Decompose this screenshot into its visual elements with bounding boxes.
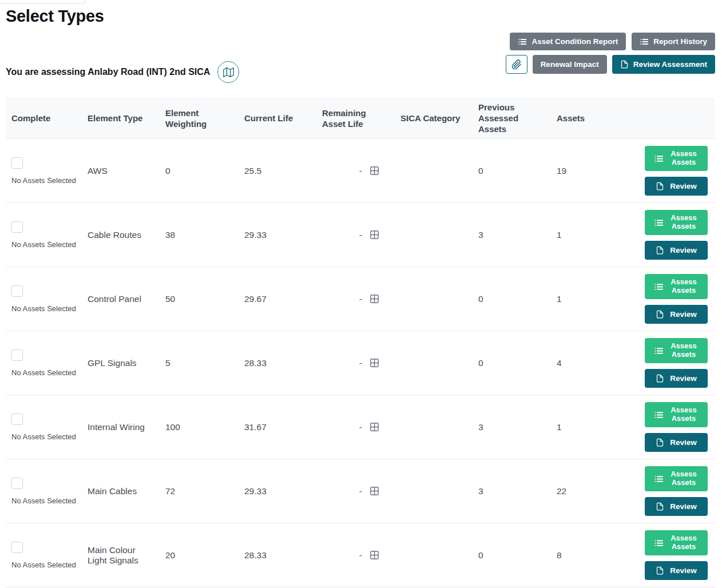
- remaining-life-table-button[interactable]: [370, 422, 379, 432]
- remaining-life-table-button[interactable]: [370, 166, 379, 176]
- remaining-life-value: -: [359, 230, 362, 240]
- sica-category-cell: [395, 395, 473, 459]
- element-type-cell: Internal Wiring: [82, 395, 160, 459]
- assess-assets-button[interactable]: Assess Assets: [645, 466, 708, 491]
- previous-assessed-assets-cell: 3: [473, 203, 551, 267]
- actions-cell: Assess Assets Review: [629, 331, 715, 395]
- no-assets-selected-label: No Assets Selected: [11, 176, 76, 185]
- assess-assets-label: Assess Assets: [669, 406, 699, 423]
- report-history-button[interactable]: Report History: [632, 33, 715, 50]
- current-life-cell: 31.67: [239, 395, 316, 459]
- sica-category-cell: [395, 203, 473, 267]
- assessing-text: You are assessing Anlaby Road (INT) 2nd …: [6, 67, 210, 77]
- remaining-life-table-button[interactable]: [370, 294, 379, 304]
- remaining-life-table-button[interactable]: [370, 358, 379, 368]
- review-assessment-button[interactable]: Review Assessment: [612, 55, 715, 74]
- previous-assessed-assets-cell: 0: [473, 139, 551, 203]
- list-icon: [518, 37, 527, 46]
- element-type-cell: Cable Routes: [82, 203, 160, 267]
- assets-cell: 4: [551, 331, 629, 395]
- complete-checkbox[interactable]: [11, 349, 23, 361]
- map-icon: [223, 67, 234, 78]
- remaining-asset-life-cell: -: [316, 139, 395, 203]
- remaining-life-value: -: [359, 358, 362, 368]
- header-complete: Complete: [6, 99, 82, 139]
- header-assets: Assets: [551, 99, 629, 139]
- toolbar-row-1: Asset Condition Report Report History: [510, 33, 715, 50]
- table-grid-icon: [370, 230, 379, 240]
- review-button[interactable]: Review: [645, 305, 708, 324]
- file-icon: [656, 310, 664, 319]
- table-header-row: Complete Element Type Element Weighting …: [6, 99, 715, 139]
- review-label: Review: [670, 310, 697, 319]
- table-row: No Assets Selected Cable Routes 38 29.33…: [6, 203, 715, 267]
- complete-checkbox[interactable]: [11, 285, 23, 297]
- asset-condition-report-button[interactable]: Asset Condition Report: [510, 33, 626, 50]
- assess-assets-button[interactable]: Assess Assets: [645, 530, 708, 555]
- element-types-table: Complete Element Type Element Weighting …: [6, 98, 715, 587]
- no-assets-selected-label: No Assets Selected: [11, 240, 76, 249]
- remaining-life-table-button[interactable]: [370, 486, 379, 496]
- element-weighting-cell: 72: [160, 459, 239, 523]
- review-label: Review: [670, 182, 697, 190]
- file-icon: [620, 60, 629, 69]
- asset-condition-report-label: Asset Condition Report: [531, 37, 618, 46]
- complete-checkbox[interactable]: [11, 157, 23, 169]
- remaining-life-table-button[interactable]: [370, 230, 379, 240]
- element-type-cell: Main Cables: [82, 459, 160, 523]
- table-row: No Assets Selected Internal Wiring 100 3…: [6, 395, 715, 459]
- table-grid-icon: [370, 422, 379, 432]
- map-button[interactable]: [217, 61, 239, 83]
- assets-cell: 19: [551, 139, 629, 203]
- element-weighting-cell: 50: [160, 267, 239, 331]
- review-button[interactable]: Review: [645, 497, 708, 516]
- complete-cell: No Assets Selected: [6, 267, 82, 331]
- remaining-life-value: -: [359, 422, 362, 432]
- assets-cell: 1: [551, 395, 629, 459]
- assess-assets-button[interactable]: Assess Assets: [645, 338, 708, 363]
- renewal-impact-button[interactable]: Renewal Impact: [533, 55, 607, 74]
- list-icon: [654, 218, 664, 228]
- table-row: No Assets Selected Main Colour Light Sig…: [6, 523, 715, 587]
- complete-cell: No Assets Selected: [6, 203, 82, 267]
- sica-category-cell: [395, 523, 473, 587]
- review-label: Review: [670, 438, 697, 447]
- remaining-asset-life-cell: -: [316, 395, 395, 459]
- review-button[interactable]: Review: [645, 241, 708, 260]
- element-type-cell: Control Panel: [82, 267, 160, 331]
- element-weighting-cell: 100: [160, 395, 239, 459]
- element-weighting-cell: 5: [160, 331, 239, 395]
- complete-checkbox[interactable]: [11, 478, 23, 489]
- assess-assets-button[interactable]: Assess Assets: [645, 274, 708, 299]
- list-icon: [654, 538, 664, 548]
- review-label: Review: [670, 246, 697, 255]
- review-label: Review: [670, 566, 697, 575]
- complete-checkbox[interactable]: [11, 221, 23, 233]
- attachments-button[interactable]: [506, 55, 527, 74]
- complete-cell: No Assets Selected: [6, 523, 82, 587]
- complete-checkbox[interactable]: [11, 542, 23, 553]
- sica-category-cell: [395, 139, 473, 203]
- file-icon: [656, 182, 664, 190]
- assess-assets-button[interactable]: Assess Assets: [645, 402, 708, 427]
- assess-assets-button[interactable]: Assess Assets: [645, 210, 708, 235]
- remaining-life-table-button[interactable]: [370, 550, 379, 560]
- remaining-life-value: -: [359, 294, 362, 304]
- review-button[interactable]: Review: [645, 561, 708, 580]
- table-grid-icon: [370, 486, 379, 496]
- assess-assets-label: Assess Assets: [669, 470, 699, 487]
- review-button[interactable]: Review: [645, 369, 708, 388]
- complete-cell: No Assets Selected: [6, 395, 82, 459]
- review-button[interactable]: Review: [645, 433, 708, 452]
- paperclip-icon: [511, 59, 522, 70]
- header-actions: [629, 99, 715, 139]
- assets-cell: 22: [551, 459, 629, 523]
- list-icon: [654, 346, 664, 356]
- file-icon: [656, 502, 664, 511]
- review-button[interactable]: Review: [645, 177, 708, 196]
- complete-cell: No Assets Selected: [6, 331, 82, 395]
- complete-checkbox[interactable]: [11, 414, 23, 425]
- header-current-life: Current Life: [239, 99, 316, 139]
- remaining-life-value: -: [359, 486, 362, 496]
- assess-assets-button[interactable]: Assess Assets: [645, 146, 708, 171]
